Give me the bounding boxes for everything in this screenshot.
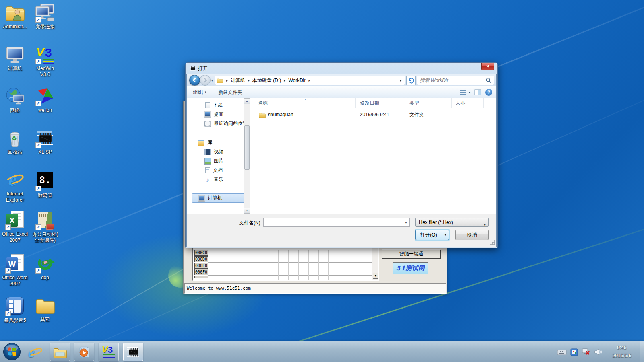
desktop-icon-xlisp[interactable]: ↗ XLISP <box>31 129 60 169</box>
desktop-icon-other-folder[interactable]: 其它 <box>31 296 60 336</box>
sidebar-item-libraries[interactable]: 库 <box>187 138 250 147</box>
taskbar-media-player-button[interactable] <box>74 343 94 361</box>
keyboard-tray-icon[interactable] <box>557 349 567 355</box>
hex-row-label: 000C0 <box>194 250 208 256</box>
refresh-button[interactable] <box>406 76 416 85</box>
search-input[interactable] <box>420 76 484 84</box>
scroll-down-button[interactable]: ▼ <box>373 273 378 279</box>
medwin-v3-icon: V3 <box>102 346 116 358</box>
file-row-shumaguan[interactable]: shumaguan 2016/5/6 9:41 文件夹 <box>250 110 496 119</box>
help-button[interactable]: ? <box>485 89 492 96</box>
breadcrumb-computer[interactable]: 计算机 <box>231 77 245 84</box>
51-test-logo: 51测试网 <box>393 262 428 274</box>
sidebar-item-documents[interactable]: 文档 <box>187 166 250 175</box>
sidebar-item-recent-places[interactable]: 最近访问的位置 <box>187 119 250 128</box>
scrollbar-thumb[interactable] <box>244 125 250 170</box>
desktop-icon-internet-explorer[interactable]: e Internet Explorer <box>0 171 29 211</box>
dialog-footer: 文件名(N): ▼ Hex filer (*.Hex) ▼ 打开(O) ▼ 取消 <box>187 214 496 247</box>
desktop-icon-medwin[interactable]: V3 ↗ MedWin V3.0 <box>31 45 60 85</box>
desktop-icon-wellon[interactable]: ↗ wellon <box>31 87 60 127</box>
taskbar-ie-icon[interactable]: e <box>28 344 44 360</box>
desktop-icon-dxp[interactable]: ↗ dxp <box>31 254 60 294</box>
desktop-icon-label: XLISP <box>31 149 60 155</box>
desktop-icon <box>204 111 211 118</box>
show-desktop-button[interactable] <box>640 341 644 362</box>
desktop-icon-network[interactable]: 网络 <box>0 87 29 127</box>
address-dropdown-icon[interactable]: ▼ <box>399 79 402 82</box>
libraries-icon <box>198 140 204 146</box>
network-icon <box>5 87 25 106</box>
sidebar-item-label: 桌面 <box>214 111 223 118</box>
back-button[interactable] <box>189 75 200 86</box>
desktop-icon-office-automation[interactable]: ↗ 办公自动化( 全套课件) <box>31 211 60 251</box>
desktop-icon-recycle-bin[interactable]: ♻ 回收站 <box>0 129 29 169</box>
scroll-up-button[interactable]: ▲ <box>244 98 250 104</box>
taskbar-explorer-button[interactable] <box>50 343 70 361</box>
desktop-icon-label: 暴风影音5 <box>0 317 29 323</box>
desktop-icon-shumaguan[interactable]: 8.↗ 数码管 <box>31 171 60 211</box>
file-type: 文件夹 <box>405 111 452 118</box>
taskbar-clock[interactable]: 9:45 2016/5/6 <box>605 343 639 360</box>
desktop-icon-administrator[interactable]: Administr... <box>0 3 29 43</box>
address-breadcrumb-bar[interactable]: ▸ 计算机 ▸ 本地磁盘 (D:) ▸ WorkDir ▸ ▼ <box>215 76 405 85</box>
sidebar-scrollbar[interactable]: ▲ ▼ <box>244 98 250 214</box>
forward-button[interactable] <box>200 75 211 86</box>
sidebar-item-downloads[interactable]: 下载 <box>187 101 250 110</box>
sidebar-item-label: 最近访问的位置 <box>214 120 248 127</box>
column-header-name[interactable]: 名称 <box>250 98 356 108</box>
hex-row-labels: 000C0 000D0 000E0 000F0 <box>194 250 208 278</box>
breadcrumb-local-disk-d[interactable]: 本地磁盘 (D:) <box>252 77 281 84</box>
start-button[interactable] <box>3 343 21 361</box>
organize-button[interactable]: 组织▾ <box>193 89 206 96</box>
open-split-dropdown[interactable]: ▼ <box>442 230 449 240</box>
smart-one-key-button[interactable]: 智能一键通 <box>382 249 440 258</box>
dialog-titlebar[interactable]: 打开 ✕ <box>186 63 497 74</box>
medwin-v3-icon: V3 ↗ <box>35 45 55 64</box>
file-date: 2016/5/6 9:41 <box>356 112 405 117</box>
search-box[interactable] <box>417 76 494 85</box>
network-status-tray-icon[interactable] <box>582 348 590 356</box>
sidebar-item-music[interactable]: ♪音乐 <box>187 175 250 184</box>
sidebar-item-pictures[interactable]: 图片 <box>187 156 250 166</box>
desktop-icon-word[interactable]: W↗ Office Word 2007 <box>0 254 29 294</box>
crumb-separator-icon: ▸ <box>281 79 288 82</box>
resize-grip[interactable] <box>490 240 495 245</box>
filename-input[interactable] <box>265 219 400 226</box>
breadcrumb-workdir[interactable]: WorkDir <box>288 78 305 83</box>
filename-combo[interactable]: ▼ <box>263 218 410 227</box>
sidebar-item-desktop[interactable]: 桌面 <box>187 110 250 119</box>
sidebar-item-computer[interactable]: 计算机 <box>192 193 248 203</box>
desktop-icon-broadband[interactable]: ↗ 宽带连接 <box>31 3 60 43</box>
scroll-down-button[interactable]: ▼ <box>244 208 250 214</box>
sidebar-item-label: 库 <box>207 139 212 146</box>
preview-pane-icon[interactable] <box>474 89 481 95</box>
shortcut-arrow-icon: ↗ <box>35 142 41 148</box>
dropdown-icon[interactable]: ▼ <box>405 221 407 224</box>
taskbar-medwin-button[interactable]: V3 <box>99 343 119 361</box>
desktop-icon-baofeng[interactable]: ↗ 暴风影音5 <box>0 296 29 336</box>
volume-tray-icon[interactable] <box>594 348 602 356</box>
column-header-size[interactable]: 大小 <box>452 98 484 108</box>
sidebar-item-videos[interactable]: 视频 <box>187 147 250 156</box>
input-method-tray-icon[interactable] <box>570 348 578 356</box>
user-folder-icon <box>5 3 25 23</box>
desktop-icon-label: 办公自动化( 全套课件) <box>31 231 60 243</box>
file-type-filter[interactable]: Hex filer (*.Hex) ▼ <box>415 218 489 227</box>
media-player-icon <box>77 345 91 359</box>
recent-pages-chevron-icon[interactable]: ▾ <box>211 79 213 82</box>
column-header-type[interactable]: 类型 <box>405 98 452 108</box>
filename-label: 文件名(N): <box>187 220 262 226</box>
cancel-button[interactable]: 取消 <box>455 230 489 240</box>
open-button[interactable]: 打开(O) ▼ <box>415 230 449 240</box>
views-button[interactable]: ▾ <box>460 90 470 95</box>
hex-row-label-clipped <box>194 276 208 278</box>
computer-icon <box>198 195 205 202</box>
new-folder-button[interactable]: 新建文件夹 <box>219 89 243 96</box>
column-header-date[interactable]: 修改日期 <box>356 98 405 108</box>
desktop-icon-computer[interactable]: 计算机 <box>0 45 29 85</box>
taskbar-programmer-button[interactable] <box>123 343 143 361</box>
folder-icon <box>259 112 266 118</box>
shortcut-arrow-icon: ↗ <box>5 268 11 274</box>
close-button[interactable]: ✕ <box>481 63 494 70</box>
desktop-icon-excel[interactable]: X↗ Office Excel 2007 <box>0 211 29 251</box>
